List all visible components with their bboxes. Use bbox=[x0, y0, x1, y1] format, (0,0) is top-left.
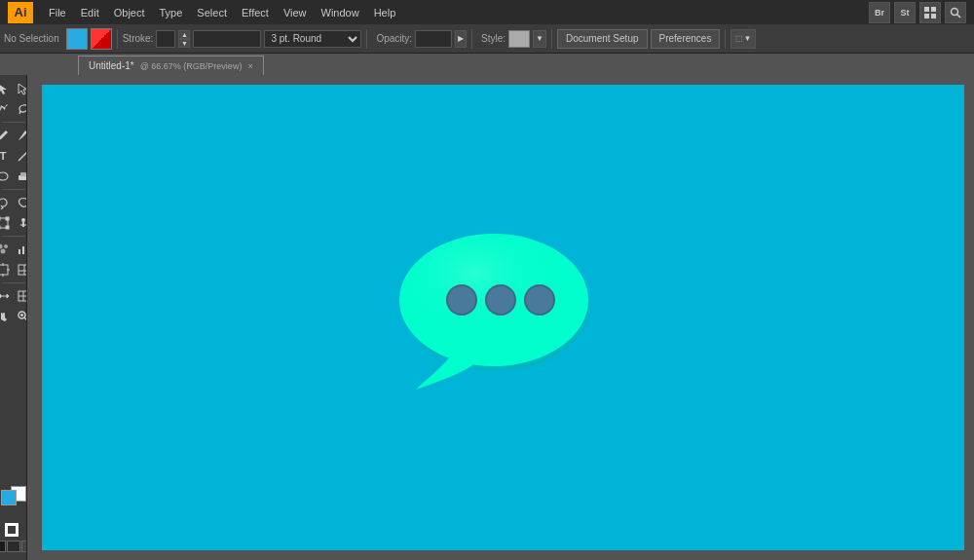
svg-point-53 bbox=[487, 286, 514, 314]
hand-tool[interactable] bbox=[0, 307, 13, 326]
normal-mode-icon[interactable] bbox=[0, 541, 6, 552]
gradient-tool[interactable] bbox=[0, 286, 13, 306]
svg-point-16 bbox=[21, 218, 25, 222]
direct-selection-tool[interactable] bbox=[14, 79, 27, 98]
graph-tool[interactable] bbox=[14, 240, 27, 259]
svg-point-8 bbox=[0, 172, 8, 180]
opacity-input[interactable]: 100% bbox=[415, 30, 452, 48]
stroke-color-swatch[interactable] bbox=[91, 28, 112, 50]
style-swatch[interactable] bbox=[508, 30, 530, 48]
menu-select[interactable]: Select bbox=[191, 5, 233, 20]
foreground-color-box[interactable] bbox=[1, 490, 17, 505]
svg-rect-25 bbox=[0, 265, 8, 275]
svg-point-19 bbox=[0, 244, 3, 249]
warp-tool[interactable] bbox=[14, 193, 27, 212]
stroke-type-select[interactable]: 3 pt. Round bbox=[264, 30, 361, 48]
selection-label: No Selection bbox=[4, 33, 59, 44]
stroke-input[interactable] bbox=[156, 30, 175, 48]
svg-rect-13 bbox=[6, 217, 9, 220]
preferences-button[interactable]: Preferences bbox=[651, 29, 721, 49]
slice-tool[interactable] bbox=[14, 260, 27, 280]
separator-5 bbox=[725, 29, 726, 49]
toolbox-color-section bbox=[0, 490, 27, 556]
tab-close-button[interactable]: × bbox=[247, 61, 252, 71]
document-tab[interactable]: Untitled-1* @ 66.67% (RGB/Preview) × bbox=[78, 56, 264, 75]
arrange-button[interactable]: ⬚▼ bbox=[730, 29, 756, 49]
ellipse-tool[interactable] bbox=[0, 167, 13, 186]
menu-help[interactable]: Help bbox=[368, 5, 402, 20]
style-label: Style: bbox=[481, 33, 506, 44]
svg-point-52 bbox=[448, 286, 475, 314]
separator-2 bbox=[366, 29, 367, 49]
svg-point-21 bbox=[1, 249, 6, 254]
menu-bar: Ai File Edit Object Type Select Effect V… bbox=[0, 0, 974, 24]
color-fill-bar[interactable] bbox=[193, 30, 261, 48]
menu-effect[interactable]: Effect bbox=[236, 5, 275, 20]
shape-tools2-row bbox=[0, 167, 27, 186]
svg-rect-15 bbox=[6, 226, 9, 229]
line-tool[interactable] bbox=[14, 146, 27, 166]
app-logo: Ai bbox=[8, 2, 33, 23]
symbol-tool[interactable] bbox=[0, 240, 13, 259]
pencil-tool[interactable] bbox=[0, 126, 13, 145]
artboard-tool[interactable] bbox=[0, 260, 13, 280]
menu-type[interactable]: Type bbox=[154, 5, 189, 20]
document-setup-button[interactable]: Document Setup bbox=[557, 29, 648, 49]
full-mode-icon[interactable] bbox=[7, 541, 20, 552]
separator-4 bbox=[551, 29, 552, 49]
stroke-spinners: ▲ ▼ bbox=[178, 30, 190, 48]
free-transform-tool[interactable] bbox=[0, 213, 13, 233]
lasso-tool[interactable] bbox=[14, 99, 27, 119]
menu-view[interactable]: View bbox=[278, 5, 313, 20]
pen-tools-row bbox=[0, 99, 27, 119]
tool-divider-1 bbox=[2, 122, 25, 123]
puppet-warp-tool[interactable] bbox=[14, 213, 27, 233]
stroke-up[interactable]: ▲ bbox=[178, 30, 190, 39]
separator-1 bbox=[117, 29, 118, 49]
svg-point-4 bbox=[952, 8, 958, 15]
svg-rect-0 bbox=[924, 7, 929, 12]
svg-rect-10 bbox=[20, 172, 26, 176]
menu-file[interactable]: File bbox=[43, 5, 72, 20]
tab-title: Untitled-1* bbox=[89, 60, 134, 71]
selection-tools-row bbox=[0, 79, 27, 98]
menu-edit[interactable]: Edit bbox=[75, 5, 105, 20]
svg-point-54 bbox=[526, 286, 553, 314]
bridge-icon[interactable]: Br bbox=[869, 2, 890, 23]
style-dropdown[interactable]: ▼ bbox=[533, 30, 546, 48]
view-mode-icons bbox=[0, 541, 27, 552]
graph-tools-row bbox=[0, 240, 27, 259]
scale-tools-row bbox=[0, 213, 27, 233]
stock-icon[interactable]: St bbox=[894, 2, 916, 23]
rotate-tool[interactable] bbox=[0, 193, 13, 212]
menu-items: File Edit Object Type Select Effect View… bbox=[43, 5, 401, 20]
selection-tool[interactable] bbox=[0, 79, 13, 98]
search-icon[interactable] bbox=[945, 2, 966, 23]
tool-divider-2 bbox=[2, 189, 25, 190]
mesh-tool[interactable] bbox=[14, 286, 27, 306]
stroke-label: Stroke: bbox=[123, 33, 154, 44]
tool-divider-4 bbox=[2, 282, 25, 283]
svg-rect-1 bbox=[931, 7, 936, 12]
zoom-tool[interactable] bbox=[14, 307, 27, 326]
toolbox: T bbox=[0, 75, 27, 560]
tab-bar: Untitled-1* @ 66.67% (RGB/Preview) × bbox=[0, 54, 974, 75]
shape-tools-row: T bbox=[0, 146, 27, 166]
menu-object[interactable]: Object bbox=[108, 5, 151, 20]
stroke-down[interactable]: ▼ bbox=[178, 39, 190, 48]
menu-window[interactable]: Window bbox=[316, 5, 365, 20]
pen-tool[interactable] bbox=[0, 99, 13, 119]
main-area: T bbox=[0, 75, 974, 560]
opacity-arrow[interactable]: ▶ bbox=[455, 30, 467, 48]
artboard[interactable] bbox=[42, 85, 964, 550]
eraser-tool[interactable] bbox=[14, 167, 27, 186]
fill-color-swatch[interactable] bbox=[66, 28, 88, 50]
type-tool[interactable]: T bbox=[0, 146, 13, 166]
rotate-tools-row bbox=[0, 193, 27, 212]
stroke-box[interactable] bbox=[5, 523, 19, 537]
svg-rect-23 bbox=[22, 246, 24, 254]
brush-tool[interactable] bbox=[14, 126, 27, 145]
chat-bubble-graphic bbox=[387, 219, 620, 416]
apps-icon[interactable] bbox=[919, 2, 941, 23]
svg-rect-30 bbox=[19, 265, 27, 275]
